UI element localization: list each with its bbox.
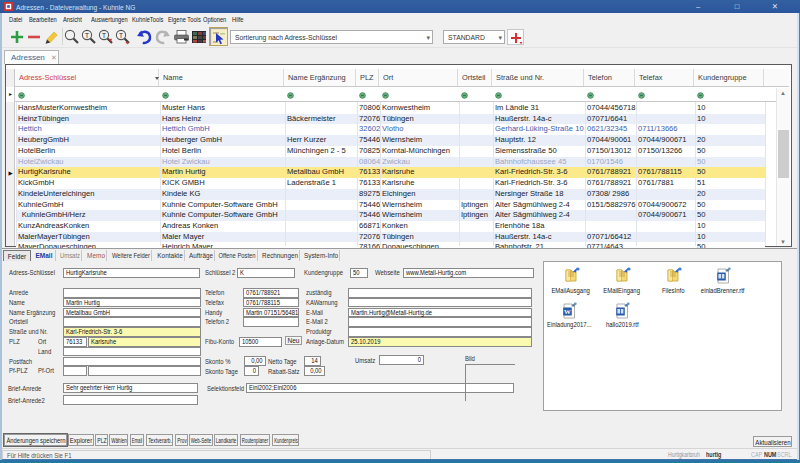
- svg-text:W: W: [564, 308, 571, 315]
- svg-text:T: T: [119, 32, 123, 39]
- svg-text:T: T: [85, 32, 89, 39]
- svg-text:T: T: [102, 32, 106, 39]
